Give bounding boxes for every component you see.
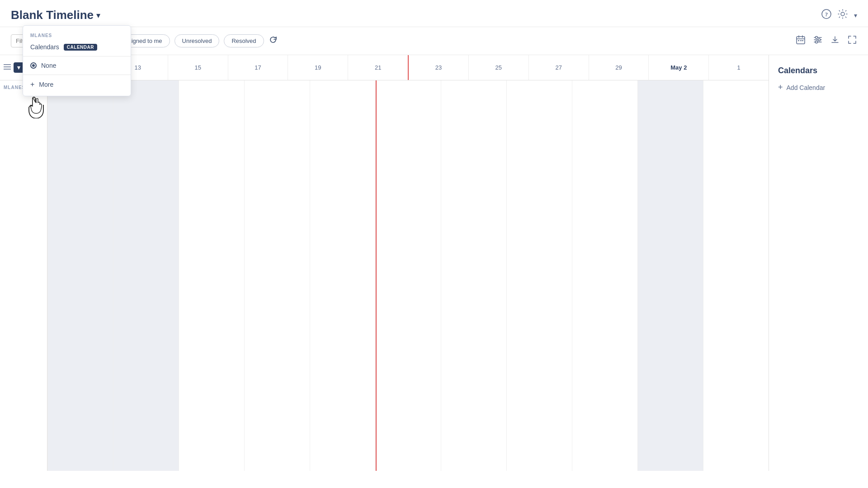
title-chevron-icon[interactable]: ▾ <box>96 10 100 20</box>
dropdown-box-label: ▾ <box>17 64 20 71</box>
grid-col-7 <box>506 80 572 471</box>
resolved-button[interactable]: Resolved <box>224 34 264 47</box>
fullscreen-icon[interactable] <box>847 35 857 47</box>
dropdown-none-item[interactable]: None <box>23 58 131 73</box>
dropdown-none-label: None <box>41 62 56 69</box>
download-icon[interactable] <box>830 35 840 47</box>
grid-col-10 <box>703 80 769 471</box>
dropdown-more-item[interactable]: + More <box>23 77 131 92</box>
grid-col-9 <box>637 80 703 471</box>
more-plus-icon: + <box>30 80 34 89</box>
add-calendar-plus-icon: + <box>778 83 783 92</box>
timeline-grid <box>47 80 769 471</box>
settings-adjust-icon[interactable] <box>813 35 823 47</box>
header-left: Blank Timeline ▾ <box>11 8 100 22</box>
date-21: 21 <box>348 55 408 80</box>
header: Blank Timeline ▾ ? ▾ <box>0 0 868 27</box>
help-icon[interactable]: ? <box>821 9 831 21</box>
svg-point-14 <box>816 37 818 39</box>
date-27: 27 <box>528 55 589 80</box>
svg-rect-10 <box>802 40 803 41</box>
calendars-title: Calendars <box>778 66 859 75</box>
today-line <box>376 80 377 471</box>
svg-point-15 <box>818 39 821 41</box>
svg-rect-9 <box>800 40 802 41</box>
date-1: 1 <box>708 55 769 80</box>
date-23: 23 <box>408 55 468 80</box>
toolbar-right <box>796 35 857 47</box>
grid-col-5 <box>375 80 441 471</box>
date-17: 17 <box>228 55 288 80</box>
svg-text:?: ? <box>825 11 828 18</box>
dropdown-more-label: More <box>39 81 53 88</box>
dropdown-panel: MLANES Calendars CALENDAR None + More <box>23 25 131 96</box>
grid-col-6 <box>441 80 506 471</box>
date-19: 19 <box>288 55 348 80</box>
timeline-dates: 13 15 17 19 21 23 25 27 29 May 2 1 <box>108 55 769 80</box>
hamburger-icon[interactable] <box>4 64 11 71</box>
grid-col-4 <box>310 80 375 471</box>
settings-chevron-icon[interactable]: ▾ <box>854 12 857 19</box>
calendar-view-icon[interactable] <box>796 35 806 47</box>
calendar-badge: CALENDAR <box>64 44 97 51</box>
grid-col-2 <box>179 80 244 471</box>
grid-col-0 <box>47 80 113 471</box>
grid-col-1 <box>113 80 179 471</box>
grid-col-8 <box>572 80 637 471</box>
unresolved-button[interactable]: Unresolved <box>175 34 220 47</box>
dropdown-divider-2 <box>23 75 131 75</box>
svg-point-16 <box>816 41 818 43</box>
date-25: 25 <box>468 55 528 80</box>
date-29: 29 <box>589 55 649 80</box>
svg-rect-8 <box>798 40 799 41</box>
settings-icon[interactable] <box>838 9 848 21</box>
date-may2-label: May 2 <box>648 55 708 80</box>
grid-col-3 <box>244 80 310 471</box>
refresh-icon[interactable] <box>269 35 278 47</box>
dropdown-divider <box>23 56 131 56</box>
none-radio-icon <box>30 62 37 69</box>
page-title: Blank Timeline <box>11 8 94 22</box>
main-content: ▾ April 2024 (W15) 13 15 17 19 21 23 25 … <box>0 55 868 471</box>
timeline-area: ▾ April 2024 (W15) 13 15 17 19 21 23 25 … <box>0 55 769 471</box>
dropdown-section-label: MLANES <box>23 29 131 40</box>
add-calendar-button[interactable]: + Add Calendar <box>778 83 859 92</box>
date-15: 15 <box>168 55 228 80</box>
dropdown-calendars-label: Calendars <box>30 43 59 51</box>
dropdown-calendars-item[interactable]: Calendars CALENDAR <box>23 40 131 54</box>
timeline-rows-col: MLANES <box>0 80 47 471</box>
timeline-body: MLANES <box>0 80 769 471</box>
add-calendar-label: Add Calendar <box>787 84 826 91</box>
calendars-panel: Calendars + Add Calendar <box>769 55 868 471</box>
header-right: ? ▾ <box>821 9 857 21</box>
